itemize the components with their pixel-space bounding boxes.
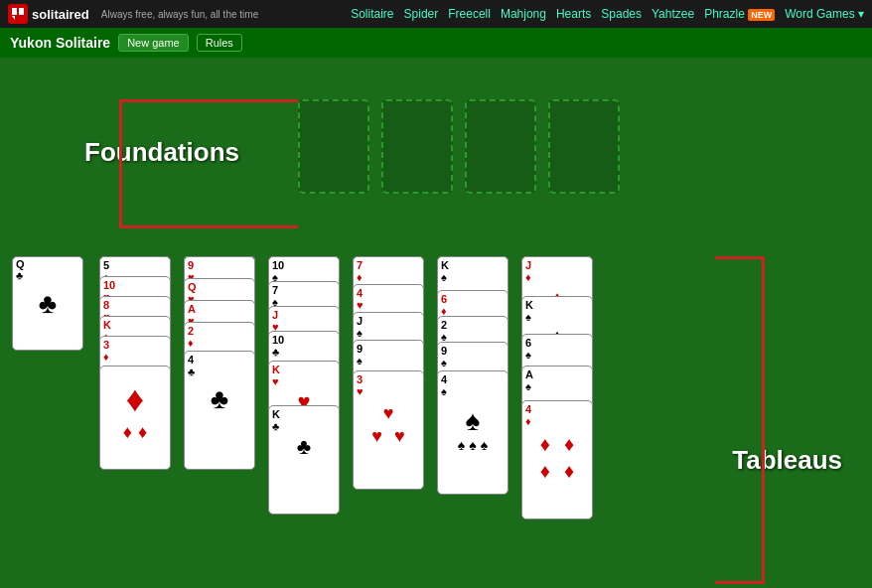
foundation-slot-1[interactable] <box>298 99 369 194</box>
main-nav: Solitaire Spider Freecell Mahjong Hearts… <box>351 7 864 21</box>
foundation-slot-2[interactable] <box>381 99 453 194</box>
rules-button[interactable]: Rules <box>197 34 242 52</box>
t4-card-3h-big[interactable]: 3♥ ♥ ♥♥ <box>353 370 424 490</box>
top-nav-bar: solitaired Always free, always fun, all … <box>0 0 872 28</box>
sub-header: Yukon Solitaire New game Rules <box>0 28 872 58</box>
t1-card-diamond-big[interactable]: ♦ ♦ ♦ <box>99 366 171 470</box>
nav-solitaire[interactable]: Solitaire <box>351 7 393 21</box>
t2-card-4c[interactable]: 4♣ ♣ <box>184 351 255 470</box>
tableaus-label: Tableaus <box>732 445 842 476</box>
logo-icon <box>8 4 28 24</box>
foundation-slot-3[interactable] <box>465 99 536 194</box>
nav-phrazle[interactable]: Phrazle NEW <box>704 7 775 21</box>
nav-freecell[interactable]: Freecell <box>448 7 491 21</box>
nav-word-games[interactable]: Word Games ▾ <box>785 7 864 21</box>
new-badge: NEW <box>748 9 775 21</box>
nav-hearts[interactable]: Hearts <box>556 7 591 21</box>
stock-card[interactable]: Q♣ ♣ <box>12 256 83 351</box>
game-title: Yukon Solitaire <box>10 35 110 51</box>
nav-spades[interactable]: Spades <box>601 7 642 21</box>
foundations-label: Foundations <box>84 137 239 168</box>
tagline: Always free, always fun, all the time <box>101 9 339 20</box>
nav-yahtzee[interactable]: Yahtzee <box>652 7 694 21</box>
new-game-button[interactable]: New game <box>118 34 189 52</box>
t3-card-kc[interactable]: K♣ ♣ <box>268 405 340 514</box>
nav-spider[interactable]: Spider <box>404 7 439 21</box>
t5-card-4s[interactable]: 4♠ ♠ ♠♠♠ <box>437 370 509 495</box>
logo-text: solitaired <box>32 7 89 22</box>
foundation-slot-4[interactable] <box>548 99 620 194</box>
game-area: Foundations Tableaus Q♣ ♣ 5♠ 10♥ 8♥ K♦ 3… <box>0 58 872 588</box>
nav-mahjong[interactable]: Mahjong <box>501 7 546 21</box>
svg-rect-1 <box>19 8 24 15</box>
svg-marker-2 <box>12 16 15 20</box>
logo-area: solitaired <box>8 4 89 24</box>
t6-card-4d-big[interactable]: 4♦ ♦♦ ♦♦ <box>521 400 593 519</box>
svg-rect-0 <box>12 8 17 15</box>
